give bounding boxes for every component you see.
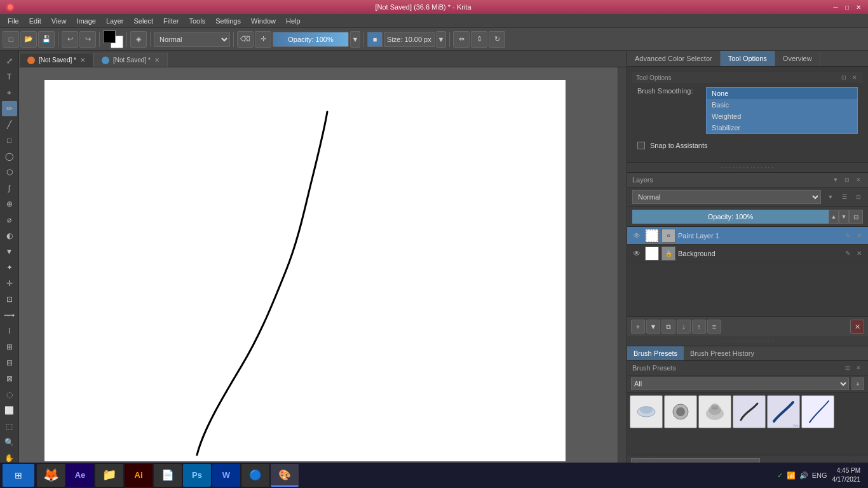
- color-selector[interactable]: [103, 30, 123, 48]
- brush-tool[interactable]: ✏: [2, 101, 17, 116]
- taskbar-browser[interactable]: 🦊: [37, 464, 65, 487]
- wrap-button[interactable]: ✛: [255, 31, 271, 48]
- mirror-v-button[interactable]: ⇕: [471, 31, 487, 48]
- brush-presets-tab[interactable]: Brush Presets: [627, 346, 684, 360]
- smoothing-stabilizer[interactable]: Stabilizer: [707, 122, 857, 133]
- assistant-tool[interactable]: ⊞: [2, 339, 17, 355]
- bezier-tool[interactable]: ⌇: [2, 323, 17, 339]
- tab-advanced-color[interactable]: Advanced Color Selector: [627, 51, 721, 66]
- open-button[interactable]: 📂: [20, 31, 37, 48]
- smoothing-none[interactable]: None: [707, 88, 857, 99]
- contiguous-select[interactable]: ⬜: [2, 403, 17, 418]
- brush-tag-add[interactable]: +: [851, 377, 864, 390]
- color-fill-button[interactable]: ◈: [130, 31, 147, 48]
- tab-close-2[interactable]: ✕: [154, 57, 159, 64]
- layers-opacity-down[interactable]: ▼: [839, 210, 849, 224]
- add-layer-button[interactable]: +: [631, 320, 645, 334]
- menu-edit[interactable]: Edit: [24, 16, 46, 26]
- lasso-tool[interactable]: ⌀: [2, 212, 17, 227]
- taskbar-blue[interactable]: 🔵: [241, 464, 269, 487]
- freehand-select[interactable]: ⌖: [2, 85, 17, 100]
- measure-tool[interactable]: ⊟: [2, 355, 17, 370]
- menu-settings[interactable]: Settings: [210, 16, 246, 26]
- taskbar-krita[interactable]: 🎨: [271, 464, 299, 487]
- layer-edit-bg[interactable]: ✎: [843, 248, 853, 259]
- elliptical-select[interactable]: ◌: [2, 387, 17, 402]
- menu-view[interactable]: View: [46, 16, 72, 26]
- layers-extra[interactable]: ⊡: [854, 193, 863, 201]
- layers-close-button[interactable]: ✕: [854, 175, 863, 184]
- new-document-button[interactable]: □: [3, 31, 19, 48]
- layers-options[interactable]: ☰: [840, 193, 849, 201]
- layers-opacity-settings[interactable]: ⊡: [849, 210, 863, 224]
- layer-properties[interactable]: ≡: [707, 320, 721, 334]
- menu-image[interactable]: Image: [71, 16, 101, 26]
- vertical-scrollbar[interactable]: [618, 67, 627, 473]
- tab-overview[interactable]: Overview: [775, 51, 820, 66]
- save-button[interactable]: 💾: [38, 31, 55, 48]
- taskbar-ai[interactable]: Ai: [125, 464, 153, 487]
- layers-opacity-slider[interactable]: Opacity: 100%: [632, 210, 829, 224]
- layers-filter-button[interactable]: ▼: [831, 175, 840, 184]
- brush-preset-6[interactable]: [801, 395, 834, 428]
- brush-preset-1[interactable]: [630, 395, 663, 428]
- canvas-container[interactable]: [19, 67, 627, 473]
- tab-tool-options[interactable]: Tool Options: [721, 51, 775, 66]
- text-tool[interactable]: T: [2, 69, 17, 85]
- gradient-tool[interactable]: ⟿: [2, 308, 17, 323]
- size-arrow[interactable]: ▼: [436, 31, 446, 48]
- color-select-tool[interactable]: ◐: [2, 228, 17, 243]
- layer-item-bg[interactable]: 👁 🔒 Background ✎ ✕: [627, 245, 868, 262]
- taskbar-doc[interactable]: 📄: [154, 464, 182, 487]
- brush-presets-close[interactable]: ✕: [854, 363, 863, 372]
- panel-close-button[interactable]: ✕: [850, 73, 859, 82]
- menu-file[interactable]: File: [3, 16, 24, 26]
- line-tool[interactable]: ╱: [2, 117, 17, 132]
- layers-opacity-up[interactable]: ▲: [829, 210, 839, 224]
- layer-delete-paint[interactable]: ✕: [854, 231, 864, 241]
- zoom-tool[interactable]: 🔍: [2, 435, 17, 450]
- tab-close-1[interactable]: ✕: [80, 57, 85, 64]
- move-tool[interactable]: ✛: [2, 276, 17, 291]
- layers-blend-arrow[interactable]: ▼: [826, 193, 835, 201]
- layer-item-paint[interactable]: 👁 α Paint Layer 1 ✎ ✕: [627, 227, 868, 245]
- rect-tool[interactable]: □: [2, 133, 17, 148]
- calligraphy-tool[interactable]: ∫: [2, 180, 17, 196]
- taskbar-ae[interactable]: Ae: [66, 464, 94, 487]
- taskbar-files[interactable]: 📁: [95, 464, 123, 487]
- start-button[interactable]: ⊞: [3, 464, 34, 487]
- redo-button[interactable]: ↪: [79, 31, 96, 48]
- layers-settings-button[interactable]: ⊡: [843, 175, 851, 184]
- rectangular-select[interactable]: ⊠: [2, 371, 17, 386]
- menu-select[interactable]: Select: [128, 16, 158, 26]
- brush-preset-2[interactable]: [664, 395, 697, 428]
- brush-tag-select[interactable]: All Favorites: [631, 377, 849, 390]
- menu-tools[interactable]: Tools: [184, 16, 211, 26]
- add-layer-arrow[interactable]: ▼: [646, 320, 660, 334]
- smoothing-weighted[interactable]: Weighted: [707, 111, 857, 122]
- brush-history-tab[interactable]: Brush Preset History: [684, 346, 761, 360]
- layer-visibility-paint[interactable]: 👁: [631, 230, 642, 241]
- copy-layer-button[interactable]: ⧉: [661, 320, 675, 334]
- tab-1[interactable]: [Not Saved] * ✕: [19, 53, 93, 67]
- taskbar-ps[interactable]: Ps: [183, 464, 211, 487]
- opacity-arrow[interactable]: ▼: [350, 31, 360, 48]
- menu-help[interactable]: Help: [281, 16, 306, 26]
- crop-tool[interactable]: ⊡: [2, 292, 17, 307]
- delete-layer-button[interactable]: ✕: [850, 320, 864, 334]
- brush-preset-4[interactable]: [733, 395, 766, 428]
- snap-checkbox[interactable]: [637, 142, 645, 149]
- erase-button[interactable]: ⌫: [237, 31, 254, 48]
- layer-edit-paint[interactable]: ✎: [843, 231, 853, 241]
- menu-filter[interactable]: Filter: [158, 16, 184, 26]
- brush-preset-3[interactable]: [698, 395, 731, 428]
- fill-tool[interactable]: ▼: [2, 244, 17, 259]
- polygon-tool[interactable]: ⬡: [2, 165, 17, 180]
- taskbar-word[interactable]: W: [212, 464, 240, 487]
- layers-blend-select[interactable]: Normal Multiply Screen: [632, 190, 821, 204]
- undo-button[interactable]: ↩: [62, 31, 78, 48]
- move-layer-down[interactable]: ↓: [677, 320, 691, 334]
- close-button[interactable]: ✕: [854, 3, 863, 11]
- brush-preset-5[interactable]: Win: [767, 395, 800, 428]
- opacity-slider[interactable]: Opacity: 100%: [273, 32, 349, 47]
